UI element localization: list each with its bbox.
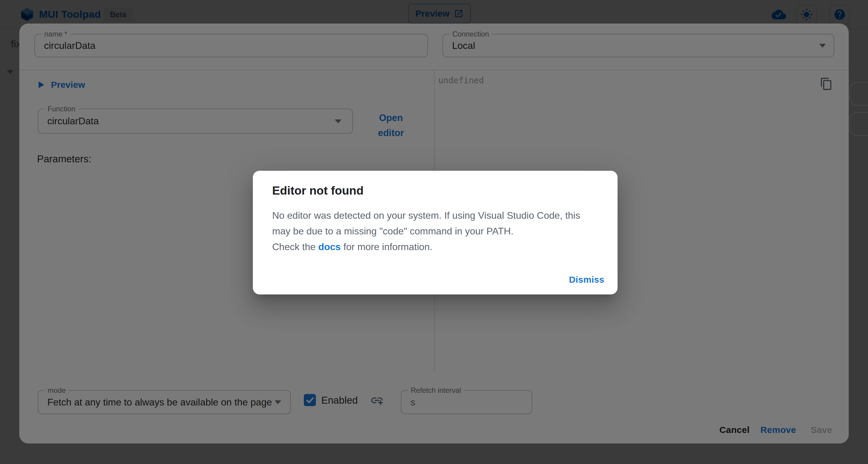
modal-body-line2: may be due to a missing "code" command i… <box>272 223 601 239</box>
modal-body: No editor was detected on your system. I… <box>272 208 601 255</box>
docs-link[interactable]: docs <box>318 241 341 252</box>
modal-body-line1: No editor was detected on your system. I… <box>272 208 601 223</box>
dismiss-button[interactable]: Dismiss <box>569 274 604 285</box>
editor-not-found-modal: Editor not found No editor was detected … <box>253 171 618 294</box>
modal-title: Editor not found <box>272 184 364 197</box>
modal-body-line3: Check the docs for more information. <box>272 239 601 255</box>
check-suffix-text: for more information. <box>341 241 433 252</box>
screen: MUI Toolpad Beta Preview <box>0 0 868 464</box>
check-prefix-text: Check the <box>272 241 318 252</box>
